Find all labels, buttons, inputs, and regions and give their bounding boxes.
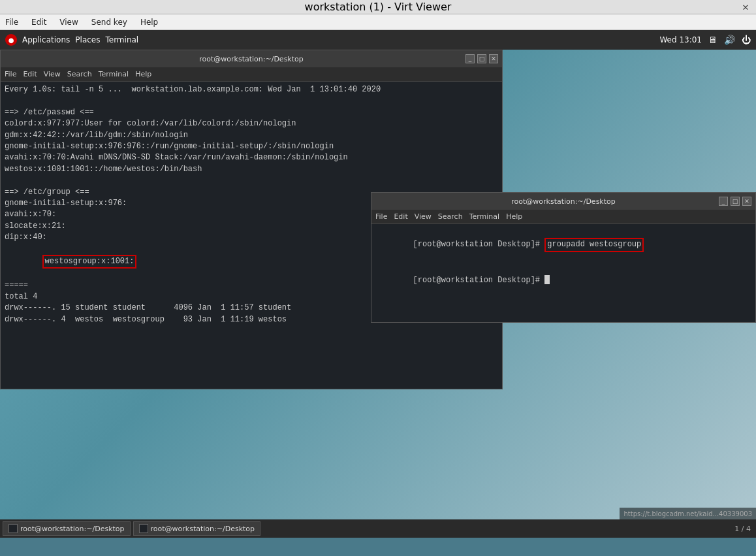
menu-help[interactable]: Help [138,16,161,28]
redhat-icon: ● [5,34,17,46]
t2-line-1: [root@workstation Desktop]# [375,263,751,297]
terminal-window-2: root@workstation:~/Desktop _ □ ✕ File Ed… [371,192,756,323]
term-line-4: gdm:x:42:42::/var/lib/gdm:/sbin/nologin [5,130,498,141]
taskbar-item-1[interactable]: root@workstation:~/Desktop [3,521,131,536]
term-line-8 [5,175,498,186]
term-line-0: Every 1.0s: tail -n 5 ... workstation.la… [5,84,498,95]
menu-sendkey[interactable]: Send key [89,16,130,28]
t1-menu-view[interactable]: View [44,70,61,78]
menu-edit[interactable]: Edit [29,16,49,28]
t2-menu-file[interactable]: File [375,212,387,221]
gnome-panel: ● Applications Places Terminal Wed 13:01… [0,30,756,50]
t1-menu-terminal[interactable]: Terminal [99,70,129,78]
terminal-1-minimize[interactable]: _ [465,54,475,63]
terminal-2-content: [root@workstation Desktop]# groupadd wes… [371,224,755,322]
term-line-2: ==> /etc/passwd <== [5,107,498,118]
status-bar: https://t.blogcadm.net/kaid...40339003 [620,508,756,519]
status-url: https://t.blogcadm.net/kaid...40339003 [623,510,752,517]
desktop: root@workstation:~/Desktop _ □ ✕ File Ed… [0,50,756,538]
menu-file[interactable]: File [3,16,21,28]
close-button[interactable]: ✕ [740,2,751,12]
menu-view[interactable]: View [57,16,80,28]
term-line-7: westos:x:1001:1001::/home/westos:/bin/ba… [5,164,498,175]
term-line-3: colord:x:977:977:User for colord:/var/li… [5,118,498,129]
taskbar-label-1: root@workstation:~/Desktop [20,525,125,533]
t2-menu-view[interactable]: View [415,212,432,221]
panel-right: Wed 13:01 🖥 🔊 ⏻ [659,35,751,45]
places-menu[interactable]: Places [75,35,100,44]
taskbar-term-icon-2 [139,524,148,533]
terminal-2-titlebar: root@workstation:~/Desktop _ □ ✕ [371,193,755,210]
terminal-1-maximize[interactable]: □ [477,54,486,63]
terminal-2-title: root@workstation:~/Desktop [511,197,616,206]
menu-bar: File Edit View Send key Help [0,14,756,30]
title-bar-text: workstation (1) - Virt Viewer [305,1,452,13]
sound-icon[interactable]: 🔊 [724,35,735,45]
t2-menu-help[interactable]: Help [506,212,522,221]
terminal-1-title: root@workstation:~/Desktop [199,55,304,63]
t1-menu-file[interactable]: File [5,70,16,78]
taskbar-term-icon-1 [8,524,18,533]
terminal-menu[interactable]: Terminal [105,35,138,44]
terminal-1-close[interactable]: ✕ [489,54,498,63]
network-icon[interactable]: 🖥 [708,35,717,45]
taskbar: root@workstation:~/Desktop root@workstat… [0,519,756,538]
terminal-2-minimize[interactable]: _ [719,197,728,206]
page-indicator: 1 / 4 [734,525,751,533]
taskbar-item-2[interactable]: root@workstation:~/Desktop [133,521,261,536]
term-line-6: avahi:x:70:70:Avahi mDNS/DNS-SD Stack:/v… [5,152,498,163]
t2-menu-search[interactable]: Search [438,212,463,221]
t2-line-0: [root@workstation Desktop]# groupadd wes… [375,227,751,263]
panel-time: Wed 13:01 [659,35,702,44]
terminal-2-close[interactable]: ✕ [742,197,751,206]
t1-menu-help[interactable]: Help [135,70,151,78]
term-line-5: gnome-initial-setup:x:976:976::/run/gnom… [5,141,498,152]
t2-menu-edit[interactable]: Edit [394,212,407,221]
panel-left: ● Applications Places Terminal [5,34,138,46]
terminal-1-menubar: File Edit View Search Terminal Help [1,67,502,82]
t1-menu-search[interactable]: Search [67,70,92,78]
taskbar-label-2: root@workstation:~/Desktop [151,525,255,533]
applications-menu[interactable]: Applications [22,35,70,44]
title-bar: workstation (1) - Virt Viewer ✕ [0,0,756,14]
power-icon[interactable]: ⏻ [742,35,751,45]
terminal-2-buttons: _ □ ✕ [719,197,751,206]
terminal-1-titlebar: root@workstation:~/Desktop _ □ ✕ [1,50,502,67]
terminal-2-maximize[interactable]: □ [731,197,740,206]
t2-menu-terminal[interactable]: Terminal [469,212,500,221]
terminal-2-menubar: File Edit View Search Terminal Help [371,210,755,224]
terminal-1-buttons: _ □ ✕ [465,54,498,63]
t1-menu-edit[interactable]: Edit [23,70,37,78]
term-line-1 [5,95,498,106]
